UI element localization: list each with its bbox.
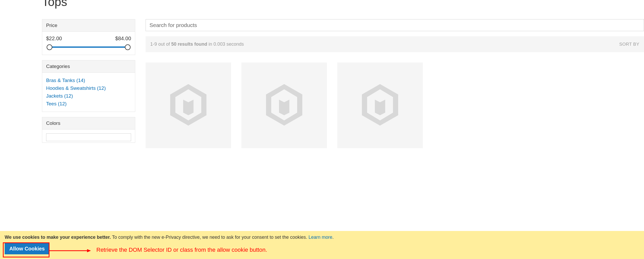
results-prefix: 1-9 out of [150, 42, 171, 47]
category-link-hoodies[interactable]: Hoodies & Sweatshirts (12) [46, 85, 106, 91]
price-labels: $22.00 $84.00 [46, 36, 131, 42]
category-item: Bras & Tanks (14) [46, 77, 131, 84]
category-item: Hoodies & Sweatshirts (12) [46, 84, 131, 92]
results-bar: 1-9 out of 50 results found in 0.003 sec… [146, 36, 644, 52]
product-card[interactable] [241, 63, 327, 148]
categories-filter-body: Bras & Tanks (14) Hoodies & Sweatshirts … [42, 73, 135, 112]
colors-filter: Colors [42, 117, 135, 143]
categories-filter: Categories Bras & Tanks (14) Hoodies & S… [42, 60, 135, 112]
results-count: 50 results found [171, 42, 207, 47]
category-link-bras-tanks[interactable]: Bras & Tanks (14) [46, 78, 85, 83]
product-card[interactable] [337, 63, 423, 148]
placeholder-icon [258, 79, 310, 132]
categories-list: Bras & Tanks (14) Hoodies & Sweatshirts … [46, 77, 131, 108]
category-link-jackets[interactable]: Jackets (12) [46, 93, 73, 99]
product-card[interactable] [146, 63, 231, 148]
colors-dropdown[interactable] [46, 133, 131, 141]
placeholder-icon [354, 79, 406, 132]
price-slider-track [49, 46, 128, 48]
price-filter: Price $22.00 $84.00 [42, 19, 135, 55]
price-filter-body: $22.00 $84.00 [42, 32, 135, 55]
colors-filter-body [42, 130, 135, 142]
price-min-label: $22.00 [46, 36, 62, 42]
category-link-tees[interactable]: Tees (12) [46, 101, 67, 106]
price-slider-min-handle[interactable] [47, 44, 52, 50]
sort-by-label[interactable]: SORT BY [619, 42, 639, 47]
results-count-text: 1-9 out of 50 results found in 0.003 sec… [150, 42, 244, 47]
page-title: Tops [42, 0, 644, 9]
placeholder-icon [162, 79, 214, 132]
filters-sidebar: Price $22.00 $84.00 Categories Bras & Ta… [42, 19, 135, 148]
price-slider-max-handle[interactable] [125, 44, 131, 50]
colors-filter-header: Colors [42, 117, 135, 130]
price-slider [46, 43, 131, 51]
products-grid [146, 63, 644, 148]
price-filter-header: Price [42, 19, 135, 32]
search-input[interactable] [146, 19, 644, 31]
results-suffix: in 0.003 seconds [207, 42, 244, 47]
category-item: Jackets (12) [46, 92, 131, 100]
categories-filter-header: Categories [42, 60, 135, 73]
category-item: Tees (12) [46, 100, 131, 108]
price-max-label: $84.00 [115, 36, 131, 42]
main-container: Price $22.00 $84.00 Categories Bras & Ta… [0, 9, 644, 148]
main-content: 1-9 out of 50 results found in 0.003 sec… [146, 19, 644, 148]
